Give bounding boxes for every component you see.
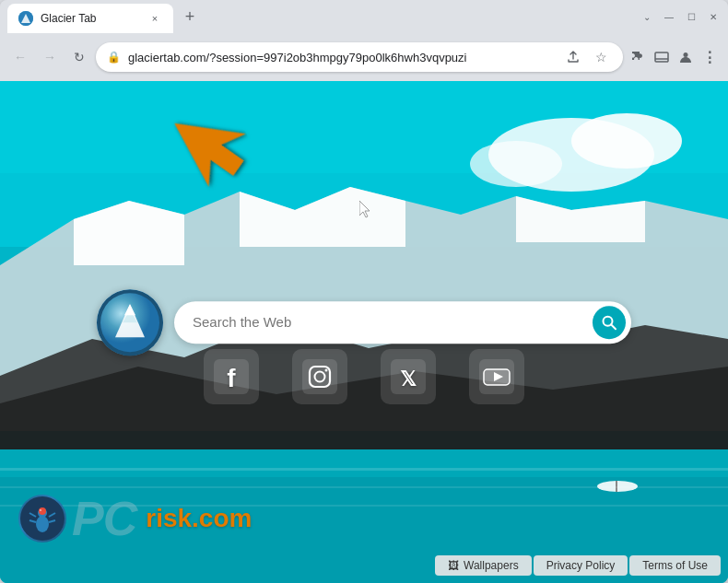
svg-point-4 [684,52,688,57]
tab-title: Glacier Tab [41,12,140,25]
svg-rect-21 [0,468,728,471]
extensions-icon[interactable] [627,46,649,68]
window-controls: ⌄ — ☐ ✕ [640,9,721,24]
window-close-button[interactable]: ✕ [706,9,721,24]
svg-rect-2 [655,52,668,62]
svg-rect-22 [0,486,728,488]
reload-button[interactable]: ↻ [66,44,92,70]
privacy-policy-button[interactable]: Privacy Policy [534,555,628,576]
search-area [97,289,631,356]
omnibox-url: glaciertab.com/?session=997i2ob3hmpgy79p… [128,51,555,64]
omnibox-lock-icon: 🔒 [107,51,121,64]
window-maximize-button[interactable]: ☐ [684,9,699,24]
bookmark-icon[interactable]: ☆ [590,46,612,68]
profile-icon[interactable] [675,46,697,68]
svg-rect-34 [302,359,337,394]
svg-rect-23 [0,505,728,507]
bottom-bar: 🖼 Wallpapers Privacy Policy Terms of Use [428,548,728,583]
wallpapers-label: Wallpapers [464,559,519,572]
terms-of-use-button[interactable]: Terms of Use [629,555,721,576]
share-icon[interactable] [562,46,584,68]
instagram-icon[interactable] [292,349,347,404]
youtube-icon[interactable] [469,349,524,404]
svg-point-37 [325,368,328,371]
toolbar-icons: ⋮ [627,46,721,68]
tab-favicon [18,11,33,26]
address-bar: ← → ↻ 🔒 glaciertab.com/?session=997i2ob3… [0,33,728,81]
wallpapers-button[interactable]: 🖼 Wallpapers [435,555,532,576]
title-bar-left: Glacier Tab × + [7,2,636,31]
chrome-menu-icon[interactable]: ⋮ [699,46,721,68]
search-input[interactable] [174,301,631,344]
facebook-icon[interactable]: f [204,349,259,404]
window-minimize-button[interactable]: — [662,9,676,24]
svg-text:f: f [227,364,236,392]
search-button[interactable] [593,306,626,339]
forward-button[interactable]: → [37,44,63,70]
terms-of-use-label: Terms of Use [642,559,708,572]
back-button[interactable]: ← [7,44,33,70]
omnibox-actions: ☆ [562,46,612,68]
svg-line-31 [611,324,616,329]
title-bar: Glacier Tab × + ⌄ — ☐ ✕ [0,0,728,33]
search-box-wrapper [174,301,631,344]
new-tab-button[interactable]: + [177,4,203,29]
browser-tab[interactable]: Glacier Tab × [7,4,173,33]
svg-point-9 [571,113,682,169]
svg-point-10 [470,141,562,187]
omnibox[interactable]: 🔒 glaciertab.com/?session=997i2ob3hmpgy7… [96,42,623,72]
browser-window: Glacier Tab × + ⌄ — ☐ ✕ ← → ↻ 🔒 glaciert… [0,0,728,583]
window-chevron-button[interactable]: ⌄ [640,9,654,24]
twitter-icon[interactable]: 𝕏 [381,349,436,404]
svg-text:𝕏: 𝕏 [400,367,417,391]
social-icons-row: f 𝕏 [204,349,524,404]
tab-close-button[interactable]: × [147,11,162,26]
privacy-policy-label: Privacy Policy [546,559,616,572]
wallpapers-icon: 🖼 [448,559,459,572]
glacier-logo [97,289,163,356]
cast-icon[interactable] [651,46,673,68]
content-area: f 𝕏 [0,81,728,583]
